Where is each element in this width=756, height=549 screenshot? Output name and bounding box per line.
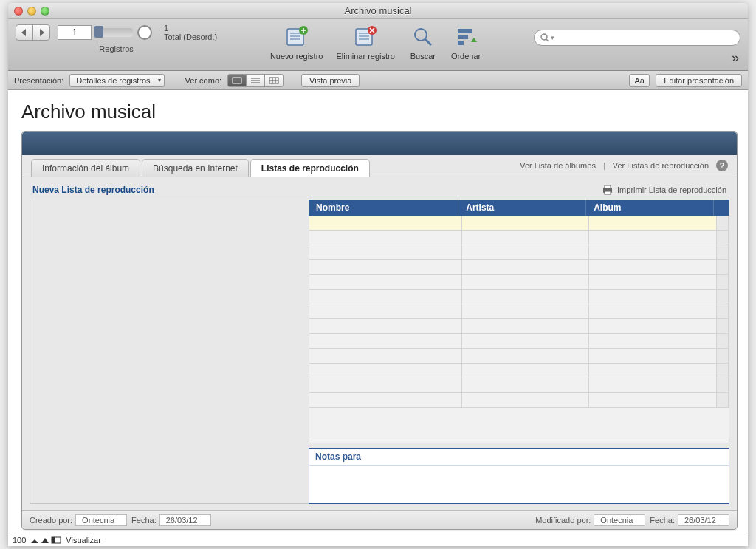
format-bar: Presentación: Detalles de registros Ver … — [8, 71, 748, 90]
table-row[interactable] — [309, 290, 729, 304]
col-header-artista[interactable]: Artista — [458, 200, 586, 216]
zoom-out-icon[interactable] — [30, 536, 39, 544]
svg-rect-27 — [605, 191, 611, 194]
app-window: Archivo musical 1 1 Total (Desord.) — [8, 3, 748, 546]
modified-date-value: 26/03/12 — [678, 514, 729, 526]
svg-rect-17 — [233, 78, 241, 83]
notes-label: Notas para — [309, 449, 729, 466]
svg-line-16 — [546, 39, 549, 41]
page-title: Archivo musical — [21, 100, 738, 123]
new-record-button[interactable]: Nuevo registro — [270, 24, 323, 61]
table-row[interactable] — [309, 216, 729, 231]
status-icons[interactable] — [30, 536, 61, 544]
table-row[interactable] — [309, 304, 729, 319]
svg-rect-13 — [458, 35, 468, 39]
table-row[interactable] — [309, 245, 729, 260]
table-row[interactable] — [309, 393, 729, 408]
print-icon — [602, 185, 614, 195]
panel-shelf: Información del álbum Búsqueda en Intern… — [22, 155, 737, 177]
print-playlist-link[interactable]: Imprimir Lista de reproducción — [602, 185, 726, 195]
svg-rect-29 — [52, 537, 55, 543]
main-panel: Información del álbum Búsqueda en Intern… — [21, 131, 738, 530]
record-slider[interactable] — [96, 28, 133, 37]
modified-date-label: Fecha: — [650, 516, 675, 525]
view-as-segment — [227, 74, 284, 87]
tab-playlists[interactable]: Listas de reproducción — [250, 159, 370, 177]
table-row[interactable] — [309, 231, 729, 245]
svg-rect-26 — [605, 185, 611, 188]
zoom-level[interactable]: 100 — [13, 536, 26, 545]
found-set-pie-icon[interactable] — [137, 25, 152, 40]
table-row[interactable] — [309, 378, 729, 393]
find-button[interactable]: Buscar — [408, 24, 438, 61]
created-by-label: Creado por: — [30, 516, 72, 525]
playlists-list[interactable] — [30, 200, 309, 504]
created-date-label: Fecha: — [131, 516, 157, 525]
status-parts-icon[interactable] — [51, 536, 61, 544]
modified-by-label: Modificado por: — [535, 516, 591, 525]
view-playlists-link[interactable]: Ver Listas de reproducción — [613, 161, 709, 170]
grid-body[interactable] — [309, 216, 729, 443]
search-icon — [540, 33, 549, 42]
table-row[interactable] — [309, 260, 729, 275]
view-list-button[interactable] — [246, 74, 265, 87]
formatting-aa-button[interactable]: Aa — [629, 74, 650, 87]
tab-album-info[interactable]: Información del álbum — [31, 159, 140, 177]
tabset: Información del álbum Búsqueda en Intern… — [31, 159, 370, 177]
edit-layout-button[interactable]: Editar presentación — [656, 74, 742, 87]
content-area: Archivo musical Información del álbum Bú… — [8, 90, 748, 533]
window-title: Archivo musical — [8, 5, 748, 16]
table-row[interactable] — [309, 275, 729, 290]
view-as-label: Ver como: — [185, 76, 222, 85]
status-bar: 100 Visualizar — [8, 533, 748, 546]
titlebar: Archivo musical — [8, 3, 748, 19]
registros-label: Registros — [16, 44, 217, 53]
mode-label[interactable]: Visualizar — [66, 536, 101, 545]
svg-rect-14 — [458, 29, 472, 33]
notes-box[interactable]: Notas para — [309, 448, 729, 504]
created-date-value: 26/03/12 — [159, 514, 211, 526]
sort-button[interactable]: Ordenar — [451, 24, 481, 61]
next-record-button[interactable] — [32, 24, 50, 41]
toolbar-overflow-button[interactable]: » — [732, 50, 739, 66]
panel-body: Nueva Lista de reproducción Imprimir Lis… — [22, 177, 737, 510]
record-number-field[interactable]: 1 — [58, 25, 92, 40]
delete-record-button[interactable]: Eliminar registro — [336, 24, 394, 61]
modified-by-value: Ontecnia — [594, 514, 645, 526]
tab-internet-search[interactable]: Búsqueda en Internet — [142, 159, 249, 177]
created-by-value: Ontecnia — [75, 514, 127, 526]
prev-record-button[interactable] — [16, 24, 33, 41]
table-row[interactable] — [309, 364, 729, 378]
quick-find-input[interactable]: ▾ — [534, 30, 740, 46]
help-icon[interactable]: ? — [716, 160, 728, 171]
panel-footer: Creado por: Ontecnia Fecha: 26/03/12 Mod… — [22, 510, 737, 529]
preview-button[interactable]: Vista previa — [301, 74, 360, 87]
svg-point-10 — [415, 29, 427, 41]
svg-point-15 — [541, 34, 547, 40]
view-table-button[interactable] — [264, 74, 284, 87]
table-row[interactable] — [309, 334, 729, 349]
panel-header — [22, 132, 737, 155]
col-header-nombre[interactable]: Nombre — [309, 200, 458, 216]
svg-line-11 — [425, 39, 431, 45]
grid-header: Nombre Artista Album — [309, 200, 729, 216]
new-playlist-link[interactable]: Nueva Lista de reproducción — [32, 185, 154, 195]
view-form-button[interactable] — [227, 74, 247, 87]
layout-dropdown[interactable]: Detalles de registros — [69, 74, 164, 87]
layout-label: Presentación: — [14, 76, 63, 85]
toolbar: 1 1 Total (Desord.) Registros — [8, 19, 748, 71]
view-album-list-link[interactable]: Ver Lista de álbumes — [520, 161, 596, 170]
svg-rect-12 — [458, 41, 464, 45]
table-row[interactable] — [309, 349, 729, 364]
record-count-info: 1 Total (Desord.) — [164, 24, 217, 41]
table-row[interactable] — [309, 319, 729, 334]
col-header-album[interactable]: Album — [586, 200, 714, 216]
zoom-in-icon[interactable] — [41, 536, 49, 544]
